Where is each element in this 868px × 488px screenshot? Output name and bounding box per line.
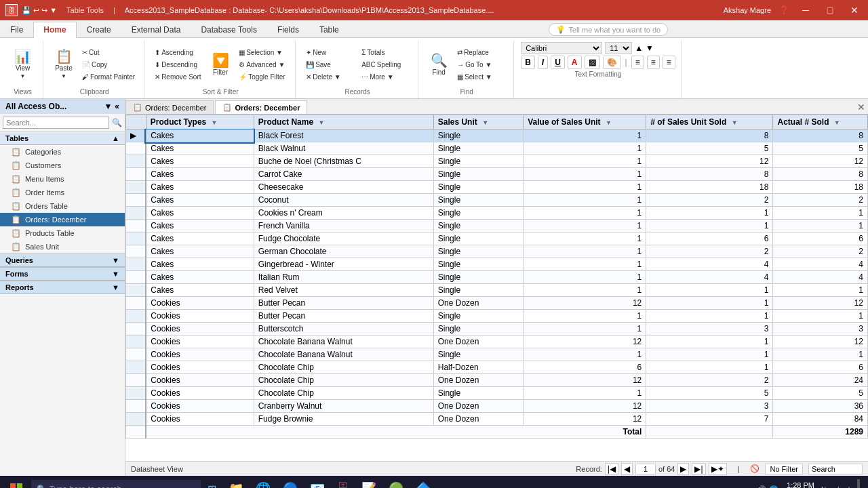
cell-actual-sold[interactable]: 12 [773, 336, 868, 348]
new-button[interactable]: ✦ New [302, 47, 357, 58]
cell-product-type[interactable]: Cookies [146, 310, 254, 323]
cell-actual-sold[interactable]: 2 [773, 245, 868, 258]
nav-item-menu-items[interactable]: 📋 Menu Items [0, 172, 125, 186]
cell-product-type[interactable]: Cookies [146, 348, 254, 361]
maximize-button[interactable]: □ [822, 3, 838, 17]
cell-product-name[interactable]: French Vanilla [254, 220, 433, 232]
cell-sales-unit[interactable]: One Dozen [433, 400, 523, 413]
totals-button[interactable]: Σ Totals [358, 47, 412, 58]
taskbar-search-box[interactable]: 🔍 Type here to search [31, 480, 201, 488]
table-row[interactable]: CookiesChocolate ChipHalf-Dozen616 [126, 361, 868, 374]
cell-sales-unit[interactable]: Single [433, 245, 523, 258]
cell-value-sales-unit[interactable]: 1 [524, 348, 646, 361]
tab-external-data[interactable]: External Data [121, 22, 191, 37]
cell-num-sold[interactable]: 1 [646, 361, 773, 374]
help-icon[interactable]: ❓ [779, 5, 789, 15]
taskbar-task-view[interactable]: ⊞ [202, 477, 222, 488]
find-button[interactable]: 🔍 Find [425, 46, 452, 83]
cell-value-sales-unit[interactable]: 1 [524, 387, 646, 400]
italic-button[interactable]: I [538, 56, 548, 69]
cell-product-type[interactable]: Cakes [146, 258, 254, 271]
cell-product-name[interactable]: Buche de Noel (Christmas C [254, 155, 433, 168]
show-desktop-button[interactable] [857, 479, 860, 488]
cell-value-sales-unit[interactable]: 12 [524, 336, 646, 348]
doc-tab-orders-dec-2[interactable]: 📋 Orders: December [215, 100, 307, 114]
taskbar-edge[interactable]: 🌐 [250, 477, 276, 488]
format-painter-button[interactable]: 🖌 Format Painter [79, 71, 138, 83]
cell-actual-sold[interactable]: 4 [773, 258, 868, 271]
row-selector[interactable] [126, 336, 146, 348]
cell-actual-sold[interactable]: 3 [773, 323, 868, 336]
tab-table[interactable]: Table [309, 22, 349, 37]
cell-sales-unit[interactable]: Single [433, 348, 523, 361]
increment-icon[interactable]: ▲ [635, 43, 643, 53]
taskbar-access[interactable]: 🗄 [332, 477, 355, 488]
tab-fields[interactable]: Fields [267, 22, 309, 37]
speaker-icon[interactable]: 🔊 [757, 485, 766, 489]
cell-sales-unit[interactable]: Single [433, 310, 523, 323]
tab-file[interactable]: File [0, 22, 33, 37]
cell-num-sold[interactable]: 1 [646, 284, 773, 297]
cell-value-sales-unit[interactable]: 1 [524, 220, 646, 232]
cell-product-type[interactable]: Cakes [146, 220, 254, 232]
tab-database-tools[interactable]: Database Tools [191, 22, 267, 37]
row-selector[interactable] [126, 168, 146, 181]
row-selector[interactable] [126, 387, 146, 400]
cell-value-sales-unit[interactable]: 1 [524, 284, 646, 297]
row-selector[interactable] [126, 181, 146, 194]
col-header-product-name[interactable]: Product Name ▼ [254, 115, 433, 129]
align-center-button[interactable]: ≡ [647, 56, 660, 69]
cell-value-sales-unit[interactable]: 1 [524, 258, 646, 271]
table-row[interactable]: CookiesButterscotchSingle133 [126, 323, 868, 336]
cell-sales-unit[interactable]: Single [433, 271, 523, 284]
cell-value-sales-unit[interactable]: 1 [524, 323, 646, 336]
cell-product-type[interactable]: Cookies [146, 387, 254, 400]
tell-me-input[interactable]: 💡 Tell me what you want to do [549, 23, 668, 36]
nav-collapse-icon[interactable]: « [115, 102, 119, 111]
col-header-product-types[interactable]: Product Types ▼ [146, 115, 254, 129]
table-row[interactable]: CakesCoconutSingle122 [126, 194, 868, 207]
cell-sales-unit[interactable]: Single [433, 220, 523, 232]
cell-product-name[interactable]: Chocolate Chip [254, 387, 433, 400]
cell-value-sales-unit[interactable]: 6 [524, 361, 646, 374]
nav-item-products-table[interactable]: 📋 Products Table [0, 226, 125, 240]
cell-num-sold[interactable]: 1 [646, 207, 773, 220]
cell-product-name[interactable]: Italian Rum [254, 271, 433, 284]
toggle-filter-button[interactable]: ⚡ Toggle Filter [235, 71, 290, 83]
save-button[interactable]: 💾 Save [302, 59, 357, 70]
cell-sales-unit[interactable]: Single [433, 168, 523, 181]
taskbar-app3[interactable]: 🔷 [410, 477, 436, 488]
row-selector[interactable] [126, 374, 146, 387]
row-selector[interactable]: ▶ [126, 129, 146, 142]
doc-tab-orders-dec-1[interactable]: 📋 Orders: December [125, 100, 214, 114]
bg-color-button[interactable]: 🎨 [603, 56, 621, 69]
nav-group-reports[interactable]: Reports ▼ [0, 281, 125, 294]
row-selector[interactable] [126, 348, 146, 361]
cell-actual-sold[interactable]: 1 [773, 207, 868, 220]
cell-product-name[interactable]: Fudge Brownie [254, 413, 433, 426]
search-input[interactable] [808, 464, 863, 474]
cell-num-sold[interactable]: 7 [646, 413, 773, 426]
cell-sales-unit[interactable]: Single [433, 142, 523, 155]
delete-button[interactable]: ✕ Delete ▼ [302, 71, 357, 83]
cell-num-sold[interactable]: 3 [646, 323, 773, 336]
underline-button[interactable]: U [551, 56, 565, 69]
cell-product-name[interactable]: German Chocolate [254, 245, 433, 258]
cell-sales-unit[interactable]: One Dozen [433, 413, 523, 426]
new-record-button[interactable]: ▶✦ [709, 463, 727, 475]
cell-sales-unit[interactable]: Single [433, 207, 523, 220]
cell-product-type[interactable]: Cakes [146, 207, 254, 220]
cell-product-name[interactable]: Black Walnut [254, 142, 433, 155]
cell-sales-unit[interactable]: Single [433, 155, 523, 168]
cell-actual-sold[interactable]: 1 [773, 348, 868, 361]
cell-sales-unit[interactable]: Single [433, 387, 523, 400]
cell-actual-sold[interactable]: 24 [773, 374, 868, 387]
table-row[interactable]: CakesFrench VanillaSingle111 [126, 220, 868, 232]
cell-product-name[interactable]: Cranberry Walnut [254, 400, 433, 413]
col-header-value-sales-unit[interactable]: Value of Sales Unit ▼ [524, 115, 646, 129]
filter-button[interactable]: 🔽 Filter [207, 46, 234, 83]
cell-value-sales-unit[interactable]: 1 [524, 168, 646, 181]
font-color-button[interactable]: A [568, 56, 582, 69]
cell-product-type[interactable]: Cakes [146, 194, 254, 207]
table-row[interactable]: CakesItalian RumSingle144 [126, 271, 868, 284]
